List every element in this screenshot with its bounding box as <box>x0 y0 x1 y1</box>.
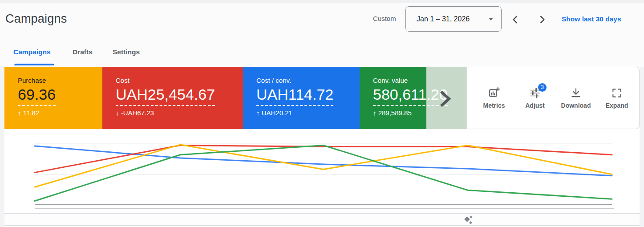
date-range-value: Jan 1 – 31, 2026 <box>417 15 485 23</box>
scorecard-delta: ↑ 289,589.85 <box>373 109 426 117</box>
top-divider <box>0 0 644 3</box>
tab-campaigns[interactable]: Campaigns <box>13 48 51 56</box>
expand-label: Expand <box>606 102 628 109</box>
performance-chart-svg <box>4 129 640 214</box>
scorecard-label: Conv. value <box>373 77 426 84</box>
next-period-button[interactable] <box>536 13 548 26</box>
chevron-right-icon <box>537 15 547 24</box>
tab-settings[interactable]: Settings <box>113 48 140 56</box>
scorecard-label: Cost <box>116 77 243 84</box>
scorecard-cost[interactable]: Cost UAH25,454.67 ↓ -UAH67.23 <box>102 67 243 129</box>
scorecard-purchase[interactable]: Purchase 69.36 ↑ 11.82 <box>4 67 102 129</box>
chevron-left-icon <box>510 15 520 24</box>
metrics-chart-icon <box>488 87 500 99</box>
scorecard-label: Cost / conv. <box>256 77 360 84</box>
scorecard-label: Purchase <box>18 77 102 84</box>
series-line-purchase <box>35 145 612 187</box>
date-range-mode-label: Custom <box>373 15 396 22</box>
download-icon <box>570 87 582 99</box>
scorecard-conv-value[interactable]: Conv. value 580,611.20 ↑ 289,589.85 <box>360 67 426 129</box>
download-label: Download <box>561 102 591 109</box>
metrics-label: Metrics <box>483 102 505 109</box>
scorecards-next-button[interactable] <box>439 90 452 109</box>
scorecard-value: UAH25,454.67 <box>116 85 215 106</box>
header <box>0 3 644 67</box>
expand-icon <box>611 87 623 99</box>
chevron-right-icon <box>439 90 452 108</box>
scorecard-delta: ↑ UAH20.21 <box>256 109 360 117</box>
sparkle-icon <box>463 215 474 225</box>
adjust-badge: 3 <box>538 83 547 92</box>
tab-drafts[interactable]: Drafts <box>73 48 93 56</box>
campaigns-page: Campaigns Custom Jan 1 – 31, 2026 Show l… <box>0 0 644 227</box>
previous-period-button[interactable] <box>509 13 522 26</box>
left-page-margin <box>0 67 4 227</box>
chevron-down-icon <box>489 18 493 20</box>
panel-divider <box>4 213 640 214</box>
metrics-button[interactable]: Metrics <box>475 87 513 109</box>
chart-toolbar: Metrics 3 Adjust Download Expand <box>466 67 640 129</box>
scorecard-delta: ↓ -UAH67.23 <box>116 109 243 117</box>
adjust-button[interactable]: 3 Adjust <box>516 87 554 109</box>
tabs-divider <box>4 66 640 66</box>
page-title: Campaigns <box>5 12 67 26</box>
scorecard-value: UAH114.72 <box>256 85 333 106</box>
expand-button[interactable]: Expand <box>598 87 636 109</box>
scorecard-delta: ↑ 11.82 <box>18 109 102 117</box>
scorecard-value: 580,611.20 <box>373 85 448 106</box>
download-button[interactable]: Download <box>557 87 595 109</box>
adjust-label: Adjust <box>525 102 545 109</box>
show-last-30-days-link[interactable]: Show last 30 days <box>562 15 621 23</box>
scorecard-value: 69.36 <box>18 85 56 106</box>
scorecard-cost-per-conv[interactable]: Cost / conv. UAH114.72 ↑ UAH20.21 <box>243 67 360 129</box>
performance-chart <box>4 129 640 214</box>
right-page-margin <box>640 67 644 227</box>
date-range-picker[interactable]: Jan 1 – 31, 2026 <box>405 6 502 32</box>
active-tab-indicator <box>14 64 54 65</box>
series-line-cost <box>35 146 612 173</box>
